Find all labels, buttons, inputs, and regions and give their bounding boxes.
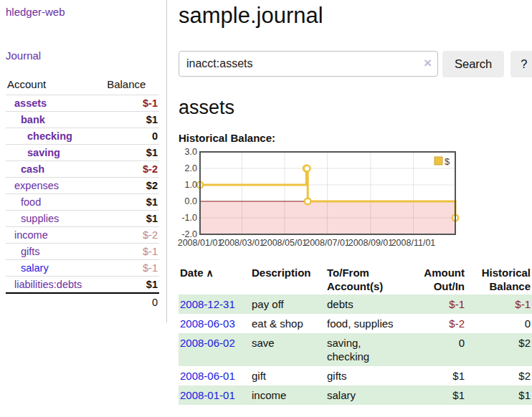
account-row: income$-2 — [6, 227, 159, 244]
account-row: assets$-1 — [6, 95, 159, 112]
register-row: 2008-12-31pay offdebts$-1$-1 — [179, 294, 532, 314]
chart-svg: $3.02.01.00.0-1.0-2.02008/01/012008/03/0… — [179, 150, 460, 252]
chart-legend: $ — [434, 156, 450, 167]
nav-journal-link[interactable]: Journal — [6, 49, 41, 62]
account-balance: $1 — [105, 211, 159, 227]
register-header-row: Date∧ Description To/FromAccount(s) Amou… — [179, 264, 532, 294]
app-title-link[interactable]: hledger-web — [6, 6, 65, 18]
account-row: saving$1 — [6, 145, 159, 161]
account-row: supplies$1 — [6, 211, 159, 227]
svg-text:2008/03/01: 2008/03/01 — [219, 238, 265, 248]
svg-text:1.0: 1.0 — [185, 180, 197, 190]
svg-text:$: $ — [445, 156, 450, 167]
sidebar-account-link[interactable]: bank — [21, 114, 45, 125]
svg-text:2008/11/01: 2008/11/01 — [391, 238, 436, 248]
register-accounts: gifts — [326, 366, 407, 385]
search-button[interactable]: Search — [442, 51, 504, 77]
sort-ascending-icon: ∧ — [206, 267, 214, 279]
sidebar-account-link[interactable]: supplies — [21, 213, 59, 224]
account-balance: $-1 — [105, 95, 159, 112]
svg-text:2008/05/01: 2008/05/01 — [262, 238, 308, 248]
account-balance: $1 — [105, 112, 159, 128]
register-date-link[interactable]: 2008-12-31 — [180, 298, 235, 310]
register-date-link[interactable]: 2008-06-01 — [180, 370, 235, 382]
register-accounts: saving, checking — [326, 333, 407, 366]
register-header-amount: AmountOut/In — [407, 264, 466, 294]
register-row: 2008-01-01incomesalary$1$1 — [179, 385, 532, 405]
account-balance: $-2 — [105, 161, 159, 178]
account-row: liabilities:debts$1 — [6, 277, 159, 294]
sidebar-account-link[interactable]: checking — [27, 130, 72, 142]
register-description: income — [250, 385, 326, 405]
account-balance: $-1 — [105, 244, 159, 260]
account-row: expenses$2 — [6, 178, 159, 194]
sidebar-account-link[interactable]: income — [14, 229, 48, 241]
account-row: gifts$-1 — [6, 244, 159, 260]
register-balance: $2 — [466, 366, 532, 385]
accounts-header-balance: Balance — [105, 76, 159, 95]
sidebar-account-link[interactable]: assets — [14, 97, 47, 109]
register-accounts: debts — [326, 294, 407, 314]
account-row: bank$1 — [6, 112, 159, 128]
sidebar-account-link[interactable]: cash — [21, 163, 44, 175]
register-description: gift — [250, 366, 326, 385]
clear-search-icon[interactable]: × — [424, 56, 432, 70]
svg-text:0.0: 0.0 — [185, 196, 197, 206]
register-balance: $-1 — [466, 294, 532, 314]
svg-text:2008/09/01: 2008/09/01 — [348, 238, 394, 248]
help-button[interactable]: ? — [510, 51, 532, 77]
accounts-table: Account Balance assets$-1bank$1checking0… — [6, 76, 159, 311]
account-balance: $2 — [105, 178, 159, 194]
search-bar: × Search ? — [179, 51, 532, 77]
account-row: food$1 — [6, 194, 159, 211]
account-balance: 0 — [105, 128, 159, 145]
register-description: save — [250, 333, 326, 366]
hledger-web-app: hledger-web Journal Account Balance asse… — [0, 0, 532, 405]
register-header-balance: HistoricalBalance — [466, 264, 532, 294]
accounts-total-row: 0 — [6, 293, 159, 311]
register-row: 2008-06-03eat & shopfood, supplies$-20 — [179, 314, 532, 333]
account-balance: $1 — [105, 145, 159, 161]
sidebar: hledger-web Journal Account Balance asse… — [0, 0, 167, 322]
account-balance: $-2 — [105, 227, 159, 244]
register-balance: $1 — [466, 385, 532, 405]
register-amount: $1 — [407, 385, 466, 405]
svg-text:-1.0: -1.0 — [181, 213, 197, 223]
register-row: 2008-06-02savesaving, checking0$2 — [179, 333, 532, 366]
register-amount: $1 — [407, 366, 466, 385]
chart-title: Historical Balance: — [179, 132, 532, 144]
sidebar-account-link[interactable]: gifts — [21, 246, 40, 257]
accounts-header-account: Account — [6, 76, 105, 95]
register-balance: 0 — [466, 314, 532, 333]
page-title: sample.journal — [179, 3, 532, 29]
register-date-link[interactable]: 2008-06-02 — [180, 337, 235, 349]
sidebar-account-link[interactable]: salary — [21, 262, 49, 274]
register-description: pay off — [250, 294, 326, 314]
main-content: sample.journal × Search ? assets Histori… — [167, 0, 532, 405]
account-balance: $-1 — [105, 260, 159, 277]
account-row: checking0 — [6, 128, 159, 145]
register-amount: $-1 — [407, 294, 466, 314]
register-date-link[interactable]: 2008-01-01 — [180, 389, 235, 401]
search-input[interactable] — [179, 51, 438, 77]
svg-text:2.0: 2.0 — [185, 163, 197, 173]
register-header-accounts: To/FromAccount(s) — [326, 264, 407, 294]
register-accounts: salary — [326, 385, 407, 405]
svg-text:2008/07/01: 2008/07/01 — [305, 238, 350, 248]
svg-text:3.0: 3.0 — [185, 147, 197, 157]
account-row: cash$-2 — [6, 161, 159, 178]
register-date-link[interactable]: 2008-06-03 — [180, 317, 235, 330]
sidebar-account-link[interactable]: food — [21, 196, 41, 208]
register-header-description: Description — [250, 264, 326, 294]
register-row: 2008-06-01giftgifts$1$2 — [179, 366, 532, 385]
sidebar-account-link[interactable]: expenses — [14, 180, 59, 191]
sidebar-nav: Journal — [6, 49, 159, 62]
account-balance: $1 — [105, 194, 159, 211]
sidebar-account-link[interactable]: saving — [27, 147, 60, 158]
accounts-total-value: 0 — [105, 293, 159, 311]
sidebar-account-link[interactable]: liabilities:debts — [14, 279, 82, 290]
historical-balance-chart[interactable]: $3.02.01.00.0-1.0-2.02008/01/012008/03/0… — [179, 150, 532, 252]
register-amount: 0 — [407, 333, 466, 366]
register-header-date[interactable]: Date∧ — [179, 264, 250, 294]
register-accounts: food, supplies — [326, 314, 407, 333]
